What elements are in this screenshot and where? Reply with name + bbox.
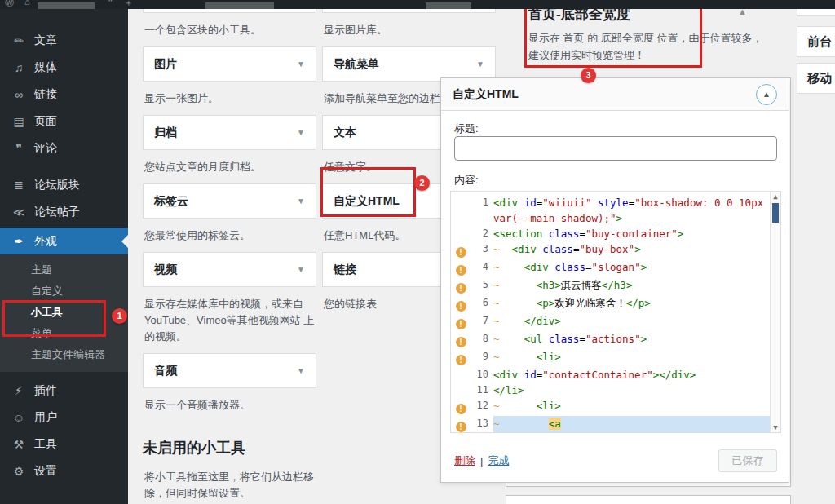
code-text[interactable]: ~ <li> xyxy=(493,349,770,367)
plus-new-icon[interactable]: ＋ xyxy=(124,0,133,9)
code-text[interactable]: ~ <li> xyxy=(493,398,770,416)
user-icon: ☺ xyxy=(10,411,28,424)
code-token: class xyxy=(549,228,580,240)
code-text[interactable]: ~ <div class="slogan"> xyxy=(493,259,770,277)
warning-icon: ! xyxy=(456,422,466,432)
code-editor[interactable]: 1<div id="wiiuii" style="box-shadow: 0 0… xyxy=(450,191,781,433)
code-text[interactable]: <div id="contactContainer"></div> xyxy=(493,367,770,382)
home-icon[interactable]: ⌂ xyxy=(24,0,30,7)
done-link[interactable]: 完成 xyxy=(488,453,509,468)
scrollbar-up-icon[interactable]: ▲ xyxy=(771,192,780,201)
widget-name: 标签云 xyxy=(154,194,188,209)
line-number: 3 xyxy=(471,241,488,257)
custom-html-widget-panel: 自定义HTML ▲ 标题: 内容: 1<div id="wiiuii" styl… xyxy=(440,77,789,483)
site-name-partial[interactable] xyxy=(38,2,95,9)
code-token: "slogan" xyxy=(591,261,640,273)
code-text[interactable]: ~ <h3>淇云博客</h3> xyxy=(493,277,770,295)
delete-link[interactable]: 删除 xyxy=(454,453,475,468)
dropdown-arrow-icon[interactable]: ▼ xyxy=(297,265,305,274)
submenu-item-themes[interactable]: 主题 xyxy=(0,259,128,281)
code-text[interactable]: ~ <a href="https://www.pengqi.club/yqlj/… xyxy=(493,416,770,433)
sidebar-item-appearance[interactable]: ✒外观 xyxy=(0,228,128,254)
code-text[interactable]: ~ <div class="buy-box"> xyxy=(493,241,770,259)
dropdown-arrow-icon[interactable]: ▼ xyxy=(297,197,305,206)
sidebar-item-comments[interactable]: ❞评论 xyxy=(0,135,128,161)
warning-cell: ! xyxy=(451,313,471,331)
widget-title-label: 标题: xyxy=(454,122,479,136)
line-gutter: 2 xyxy=(451,226,493,241)
widget-video[interactable]: 视频▼ xyxy=(143,252,316,287)
code-text[interactable]: ~ </div> xyxy=(493,313,770,331)
warning-icon: ! xyxy=(456,265,466,276)
widget-audio[interactable]: 音频▼ xyxy=(143,353,316,388)
comments-bubble-icon[interactable]: ❞ xyxy=(108,0,113,7)
code-token: > xyxy=(641,261,647,273)
widget-tag-cloud[interactable]: 标签云▼ xyxy=(143,183,316,219)
warning-cell: ! xyxy=(451,241,471,259)
inactive-widgets-desc: 将小工具拖至这里，将它们从边栏移除，但同时保留设置。 xyxy=(144,469,315,502)
submenu-item-theme-editor[interactable]: 主题文件编辑器 xyxy=(0,344,128,365)
widget-box-partial[interactable] xyxy=(322,9,496,13)
scrollbar-down-icon[interactable]: ▼ xyxy=(771,423,780,431)
code-line: 11</li> xyxy=(451,382,770,398)
code-token xyxy=(500,279,537,291)
panel-footer: 删除 | 完成 已保存 xyxy=(454,449,777,472)
dropdown-arrow-icon[interactable]: ▼ xyxy=(297,60,305,69)
sidebar-item-settings[interactable]: ⚙设置 xyxy=(0,458,128,484)
code-text[interactable]: <section class="buy-container"> xyxy=(493,226,770,241)
scrollbar-thumb[interactable] xyxy=(772,203,779,223)
admin-bar-item-partial[interactable] xyxy=(205,2,274,9)
gutter-cell xyxy=(451,382,471,385)
sidebar-item-media[interactable]: ♫媒体 xyxy=(0,54,128,81)
line-gutter: 1 xyxy=(451,195,493,226)
code-text[interactable]: ~ <ul class="actions"> xyxy=(493,331,770,349)
admin-bar-item-partial[interactable] xyxy=(426,2,471,9)
widget-box-partial[interactable] xyxy=(143,9,316,13)
code-token: </li> xyxy=(493,384,524,396)
sidebar-item-forum-sections[interactable]: ≣论坛版块 xyxy=(0,171,128,198)
warning-icon: ! xyxy=(456,355,466,365)
code-token xyxy=(500,351,537,363)
sidebar-item-users[interactable]: ☺用户 xyxy=(0,404,128,431)
sidebar-item-pages[interactable]: ▤页面 xyxy=(0,108,128,135)
sidebar-item-posts[interactable]: ✏文章 xyxy=(0,27,128,54)
tab-marker: ~ xyxy=(493,279,500,291)
code-text[interactable]: <div id="wiiuii" style="box-shadow: 0 0 … xyxy=(493,195,770,226)
code-line: !5~ <h3>淇云博客</h3> xyxy=(451,277,770,295)
dropdown-arrow-icon[interactable]: ▼ xyxy=(297,366,305,375)
submenu-item-widgets[interactable]: 小工具 xyxy=(0,302,128,323)
sidebar-area-front[interactable]: 前台 xyxy=(797,26,835,57)
editor-scrollbar: ▲ ▼ xyxy=(770,192,780,432)
line-gutter: 11 xyxy=(451,382,493,398)
line-gutter: !4 xyxy=(451,259,493,277)
dropdown-arrow-icon[interactable]: ▼ xyxy=(297,128,305,137)
saved-button[interactable]: 已保存 xyxy=(718,449,777,472)
widget-name: 图片 xyxy=(154,57,177,72)
code-line: 2<section class="buy-container"> xyxy=(451,226,770,241)
code-line: !12~ <li> xyxy=(451,398,770,416)
wordpress-logo-icon[interactable]: Ⓦ xyxy=(5,0,14,9)
widget-nav-menu[interactable]: 导航菜单▼ xyxy=(322,46,496,82)
forum-posts-icon: ≪ xyxy=(10,206,28,219)
code-line: !4~ <div class="slogan"> xyxy=(451,259,770,277)
widget-title-input[interactable] xyxy=(454,136,777,161)
sidebar-item-forum-posts[interactable]: ≪论坛帖子 xyxy=(0,198,128,225)
submenu-item-customize[interactable]: 自定义 xyxy=(0,281,128,302)
tab-marker: ~ xyxy=(493,261,500,273)
warning-cell: ! xyxy=(451,259,471,277)
dropdown-arrow-icon[interactable]: ▼ xyxy=(476,60,484,69)
collapse-toggle-button[interactable]: ▲ xyxy=(756,84,777,105)
sidebar-area-mobile[interactable]: 移动 xyxy=(797,63,835,94)
sidebar-item-links[interactable]: ∞链接 xyxy=(0,81,128,108)
code-token: <div xyxy=(512,243,537,255)
code-text[interactable]: ~ <p>欢迎光临寒舍！</p> xyxy=(493,295,770,313)
sidebar-item-tools[interactable]: ⚒工具 xyxy=(0,431,128,458)
code-text[interactable]: </li> xyxy=(493,382,770,398)
gutter-cell xyxy=(451,367,471,369)
submenu-item-menus[interactable]: 菜单 xyxy=(0,323,128,344)
widget-archives[interactable]: 归档▼ xyxy=(143,115,316,150)
sidebar-item-plugins[interactable]: ⚡插件 xyxy=(0,377,128,404)
line-gutter: !7 xyxy=(451,313,493,331)
widget-image[interactable]: 图片▼ xyxy=(143,46,316,82)
widget-name: 音频 xyxy=(154,364,177,378)
